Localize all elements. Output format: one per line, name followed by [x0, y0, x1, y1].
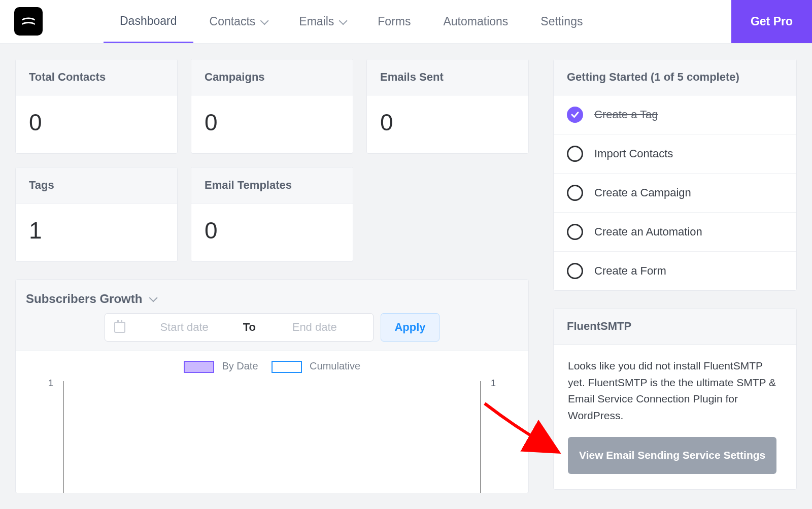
stat-campaigns[interactable]: Campaigns 0	[191, 59, 353, 154]
stat-label: Email Templates	[191, 167, 353, 203]
top-nav: Dashboard Contacts Emails Forms Automati…	[0, 0, 812, 44]
legend-bydate-label: By Date	[222, 360, 258, 371]
gs-item-label: Import Contacts	[594, 147, 673, 160]
gs-item-create-campaign[interactable]: Create a Campaign	[554, 174, 796, 213]
nav-dashboard[interactable]: Dashboard	[104, 0, 193, 43]
calendar-icon	[114, 322, 125, 333]
gs-item-label: Create a Form	[594, 264, 666, 278]
stat-label: Campaigns	[191, 59, 353, 95]
stat-email-templates[interactable]: Email Templates 0	[191, 167, 353, 262]
apply-button[interactable]: Apply	[381, 313, 439, 342]
nav-label: Automations	[443, 15, 508, 28]
check-empty-icon	[567, 224, 583, 240]
stat-value: 0	[367, 95, 528, 153]
gs-item-label: Create a Tag	[594, 108, 658, 121]
nav-emails[interactable]: Emails	[283, 0, 361, 43]
nav-label: Settings	[540, 15, 583, 28]
fluentsmtp-panel: FluentSMTP Looks like you did not instal…	[553, 308, 797, 490]
stat-value: 0	[191, 203, 353, 261]
chevron-down-icon	[339, 16, 348, 25]
right-column: Getting Started (1 of 5 complete) Create…	[553, 59, 797, 493]
check-empty-icon	[567, 146, 583, 162]
getting-started-title: Getting Started (1 of 5 complete)	[554, 59, 796, 95]
stat-total-contacts[interactable]: Total Contacts 0	[15, 59, 178, 154]
chart-area: 1 1	[16, 376, 528, 493]
left-column: Total Contacts 0 Campaigns 0 Emails Sent…	[15, 59, 529, 493]
stat-tags[interactable]: Tags 1	[15, 167, 178, 262]
fluentsmtp-text: Looks like you did not install FluentSMT…	[568, 358, 782, 424]
growth-header: Subscribers Growth Start date To End dat…	[16, 280, 528, 351]
chevron-down-icon[interactable]	[149, 293, 158, 302]
main: Total Contacts 0 Campaigns 0 Emails Sent…	[0, 44, 812, 493]
stat-label: Emails Sent	[367, 59, 528, 95]
stat-label: Tags	[16, 167, 177, 203]
fluentsmtp-body: Looks like you did not install FluentSMT…	[554, 345, 796, 489]
stats-grid: Total Contacts 0 Campaigns 0 Emails Sent…	[15, 59, 529, 262]
swatch-cumulative-icon	[272, 361, 302, 373]
gs-item-create-automation[interactable]: Create an Automation	[554, 213, 796, 252]
nav-items: Dashboard Contacts Emails Forms Automati…	[104, 0, 599, 43]
swatch-bydate-icon	[184, 361, 214, 373]
date-range-input[interactable]: Start date To End date	[105, 313, 374, 342]
nav-settings[interactable]: Settings	[524, 0, 599, 43]
nav-automations[interactable]: Automations	[427, 0, 524, 43]
date-to-label: To	[243, 321, 256, 334]
chart-axis-right	[480, 381, 481, 493]
nav-label: Forms	[378, 15, 411, 28]
y-axis-left-tick: 1	[48, 378, 53, 389]
smtp-button-label: View Email Sending Service Settings	[579, 449, 765, 461]
start-date-placeholder: Start date	[134, 321, 233, 334]
check-empty-icon	[567, 263, 583, 279]
gs-item-label: Create an Automation	[594, 225, 702, 239]
nav-label: Contacts	[210, 15, 256, 28]
get-pro-button[interactable]: Get Pro	[731, 0, 812, 43]
growth-title: Subscribers Growth	[26, 292, 142, 306]
chart-axis-left	[63, 381, 64, 493]
legend-bydate[interactable]: By Date	[184, 360, 258, 373]
gs-item-create-tag[interactable]: Create a Tag	[554, 95, 796, 134]
nav-label: Dashboard	[120, 14, 177, 28]
stat-label: Total Contacts	[16, 59, 177, 95]
stat-value: 0	[16, 95, 177, 153]
end-date-placeholder: End date	[265, 321, 364, 334]
stat-value: 1	[16, 203, 177, 261]
app-logo	[14, 7, 43, 36]
fluentsmtp-title: FluentSMTP	[554, 309, 796, 345]
getting-started-list: Create a Tag Import Contacts Create a Ca…	[554, 95, 796, 290]
gs-item-import-contacts[interactable]: Import Contacts	[554, 134, 796, 174]
y-axis-right-tick: 1	[491, 378, 496, 389]
nav-label: Emails	[299, 15, 334, 28]
nav-forms[interactable]: Forms	[361, 0, 427, 43]
gs-item-create-form[interactable]: Create a Form	[554, 252, 796, 290]
legend-cumulative-label: Cumulative	[310, 360, 360, 371]
chevron-down-icon	[260, 16, 269, 25]
check-empty-icon	[567, 185, 583, 201]
view-smtp-settings-button[interactable]: View Email Sending Service Settings	[568, 437, 776, 474]
get-pro-label: Get Pro	[751, 15, 793, 28]
chart-legend: By Date Cumulative	[16, 351, 528, 376]
check-done-icon	[567, 107, 583, 123]
apply-label: Apply	[394, 321, 425, 334]
getting-started-panel: Getting Started (1 of 5 complete) Create…	[553, 59, 797, 291]
legend-cumulative[interactable]: Cumulative	[272, 360, 361, 373]
nav-contacts[interactable]: Contacts	[193, 0, 283, 43]
subscribers-growth-panel: Subscribers Growth Start date To End dat…	[15, 279, 529, 493]
gs-item-label: Create a Campaign	[594, 186, 691, 199]
fluent-logo-icon	[20, 13, 37, 30]
stat-value: 0	[191, 95, 353, 153]
stat-emails-sent[interactable]: Emails Sent 0	[366, 59, 529, 154]
